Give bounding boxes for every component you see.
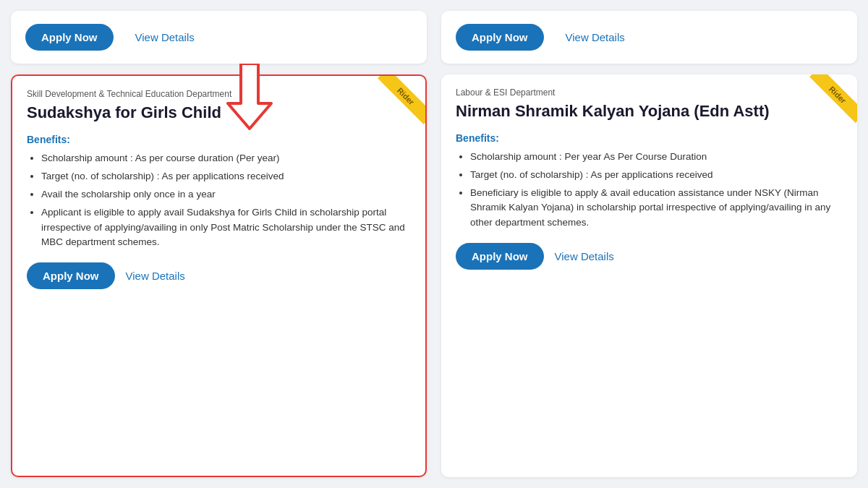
list-item: Scholarship amount : As per course durat… (41, 151, 411, 166)
left-column: Apply Now View Details Rider Skill Devel… (11, 11, 427, 477)
right-benefits-label: Benefits: (456, 132, 843, 144)
down-arrow-icon (221, 64, 278, 132)
ribbon-right: Rider (809, 74, 857, 123)
main-right-apply-button[interactable]: Apply Now (456, 243, 544, 270)
arrow-annotation (221, 64, 278, 135)
top-left-view-link[interactable]: View Details (135, 31, 195, 43)
top-right-card: Apply Now View Details (441, 11, 857, 64)
main-right-card: Rider Labour & ESI Department Nirman Shr… (441, 74, 857, 477)
left-benefits-label: Benefits: (27, 134, 411, 145)
main-left-apply-button[interactable]: Apply Now (27, 262, 115, 289)
left-dept-label: Skill Development & Technical Education … (27, 89, 411, 99)
right-benefits-list: Scholarship amount : Per year As Per Cou… (456, 150, 843, 230)
main-left-view-link[interactable]: View Details (126, 270, 185, 282)
top-left-apply-button[interactable]: Apply Now (25, 24, 114, 51)
top-right-view-link[interactable]: View Details (566, 31, 625, 43)
list-item: Target (no. of scholarship) : As per app… (470, 168, 843, 182)
right-card-actions: Apply Now View Details (456, 243, 843, 270)
ribbon-wrapper-left: Rider (367, 76, 425, 134)
main-right-view-link[interactable]: View Details (555, 250, 614, 262)
top-left-card: Apply Now View Details (11, 11, 427, 64)
right-dept-label: Labour & ESI Department (456, 87, 843, 98)
right-column: Apply Now View Details Rider Labour & ES… (441, 11, 857, 477)
svg-marker-0 (228, 64, 271, 129)
top-right-apply-button[interactable]: Apply Now (456, 24, 544, 51)
list-item: Scholarship amount : Per year As Per Cou… (470, 150, 843, 164)
right-scheme-title: Nirman Shramik Kalyan Yojana (Edn Astt) (456, 101, 843, 122)
list-item: Target (no. of scholarship) : As per app… (41, 169, 411, 184)
list-item: Beneficiary is eligible to apply & avail… (470, 186, 843, 230)
ribbon-wrapper-right: Rider (799, 74, 857, 132)
ribbon-left: Rider (378, 76, 425, 124)
list-item: Applicant is eligible to apply avail Sud… (41, 205, 411, 249)
main-left-card: Rider Skill Development & Technical Educ… (11, 74, 427, 477)
left-scheme-title: Sudakshya for Girls Child (27, 103, 411, 124)
left-benefits-list: Scholarship amount : As per course durat… (27, 151, 411, 250)
list-item: Avail the scholarship only once in a yea… (41, 187, 411, 202)
left-card-actions: Apply Now View Details (27, 262, 411, 289)
page-wrapper: Apply Now View Details Rider Skill Devel… (0, 0, 868, 488)
